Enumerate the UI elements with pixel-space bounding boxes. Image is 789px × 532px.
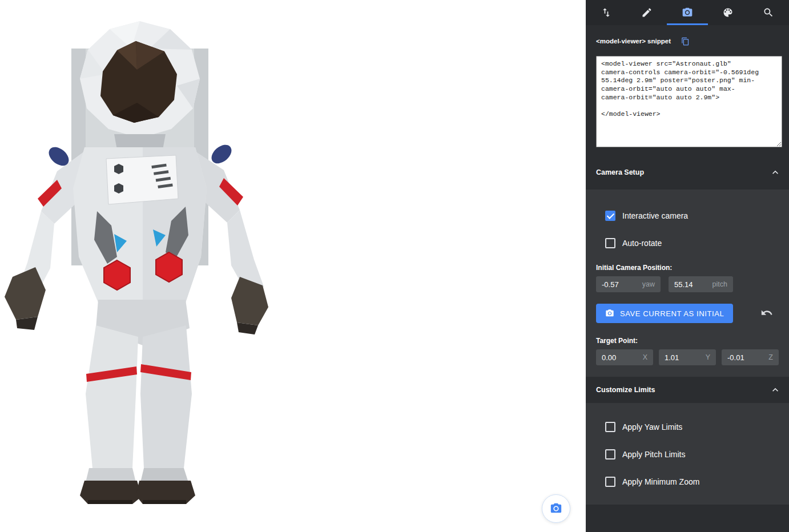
- apply-pitch-limits-checkbox[interactable]: [605, 449, 615, 460]
- palette-icon: [722, 7, 734, 18]
- interactive-camera-checkbox[interactable]: [605, 211, 615, 221]
- camera-icon: [550, 502, 562, 515]
- apply-minimum-zoom-label: Apply Minimum Zoom: [622, 477, 699, 486]
- target-y-field: Y: [659, 349, 716, 365]
- save-button-label: SAVE CURRENT AS INITIAL: [620, 309, 724, 318]
- apply-pitch-limits-row[interactable]: Apply Pitch Limits: [596, 441, 779, 468]
- tab-camera[interactable]: [667, 0, 707, 25]
- chevron-up-icon: [770, 167, 781, 178]
- auto-rotate-label: Auto-rotate: [622, 239, 662, 248]
- apply-pitch-limits-label: Apply Pitch Limits: [622, 450, 685, 459]
- tab-import-export[interactable]: [586, 0, 626, 25]
- pitch-input[interactable]: [674, 280, 709, 289]
- apply-minimum-zoom-row[interactable]: Apply Minimum Zoom: [596, 468, 779, 495]
- model-viewer-editor: <model-viewer> snippet <model-viewer src…: [0, 0, 789, 532]
- screenshot-fab[interactable]: [542, 494, 570, 523]
- tab-materials[interactable]: [708, 0, 748, 25]
- customize-limits-title: Customize Limits: [596, 386, 655, 394]
- model-viewport[interactable]: [0, 0, 586, 532]
- target-z-input[interactable]: [727, 353, 765, 362]
- apply-yaw-limits-row[interactable]: Apply Yaw Limits: [596, 413, 779, 441]
- target-x-input[interactable]: [602, 353, 639, 362]
- undo-icon: [760, 307, 773, 319]
- chevron-up-icon: [770, 384, 781, 396]
- interactive-camera-row[interactable]: Interactive camera: [596, 202, 779, 229]
- yaw-input[interactable]: [602, 280, 639, 289]
- edit-icon: [641, 7, 653, 18]
- customize-limits-body: Apply Yaw Limits Apply Pitch Limits Appl…: [586, 403, 789, 505]
- astronaut-model[interactable]: [0, 17, 285, 508]
- save-current-as-initial-button[interactable]: SAVE CURRENT AS INITIAL: [596, 304, 733, 323]
- target-y-input[interactable]: [665, 353, 702, 362]
- yaw-field: yaw: [596, 276, 661, 292]
- target-y-suffix: Y: [706, 353, 710, 361]
- search-icon: [763, 7, 774, 18]
- panel-filler: [586, 505, 789, 532]
- tab-edit[interactable]: [626, 0, 667, 25]
- apply-minimum-zoom-checkbox[interactable]: [605, 477, 615, 487]
- tab-inspector[interactable]: [748, 0, 789, 25]
- copy-icon: [681, 37, 690, 46]
- apply-yaw-limits-checkbox[interactable]: [605, 422, 615, 432]
- target-z-suffix: Z: [768, 353, 773, 361]
- camera-setup-header[interactable]: Camera Setup: [586, 155, 789, 190]
- camera-setup-body: Interactive camera Auto-rotate Initial C…: [586, 190, 789, 377]
- editor-side-panel: <model-viewer> snippet <model-viewer src…: [586, 0, 789, 532]
- camera-icon: [682, 7, 693, 18]
- target-z-field: Z: [722, 349, 779, 365]
- apply-yaw-limits-label: Apply Yaw Limits: [622, 422, 682, 432]
- snippet-label: <model-viewer> snippet: [596, 38, 671, 45]
- target-x-suffix: X: [643, 353, 647, 361]
- target-point-label: Target Point:: [596, 337, 779, 345]
- pitch-field: pitch: [669, 276, 733, 292]
- yaw-suffix: yaw: [642, 280, 655, 288]
- snippet-textarea[interactable]: <model-viewer src="Astronaut.glb" camera…: [596, 56, 782, 147]
- target-x-field: X: [596, 349, 653, 365]
- panel-toolbar: [586, 0, 789, 25]
- camera-icon: [605, 309, 614, 318]
- copy-snippet-button[interactable]: [681, 36, 691, 46]
- camera-setup-title: Camera Setup: [596, 168, 644, 176]
- swap-vertical-icon: [601, 7, 612, 18]
- auto-rotate-row[interactable]: Auto-rotate: [596, 229, 779, 257]
- customize-limits-header[interactable]: Customize Limits: [586, 377, 789, 403]
- initial-camera-position-label: Initial Camera Position:: [596, 264, 779, 272]
- pitch-suffix: pitch: [712, 280, 727, 288]
- auto-rotate-checkbox[interactable]: [605, 238, 615, 248]
- undo-button[interactable]: [760, 307, 774, 320]
- interactive-camera-label: Interactive camera: [622, 211, 688, 220]
